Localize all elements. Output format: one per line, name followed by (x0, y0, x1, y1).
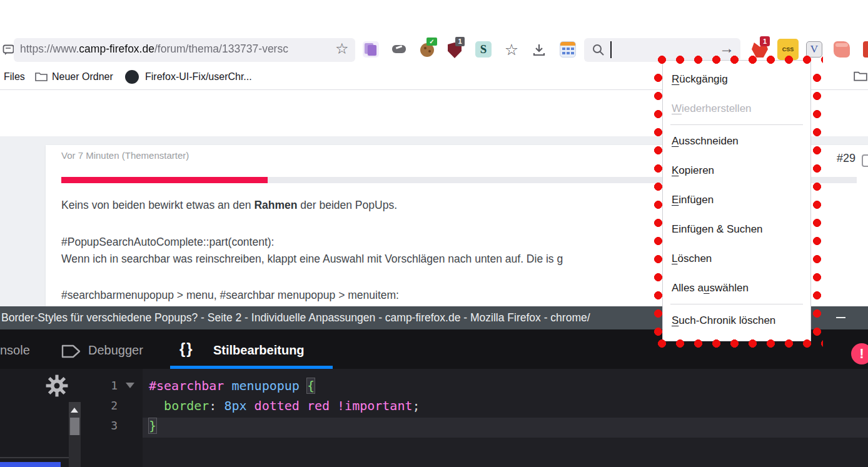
code-token: border (164, 398, 209, 413)
bookmark-star-extension-icon[interactable]: ☆ (503, 41, 520, 58)
github-icon (125, 70, 139, 84)
bookmark-item-neuer-ordner[interactable]: Neuer Ordner (52, 71, 113, 83)
tab-manager-extension-icon[interactable] (363, 41, 379, 58)
text-caret (610, 41, 612, 58)
bookmark-star-icon[interactable]: ☆ (335, 40, 349, 58)
url-prefix: https://www. (20, 43, 79, 55)
debugger-icon (61, 343, 82, 359)
post-paragraph-3: Wenn ich in searchbar was reinschreiben,… (61, 253, 563, 266)
code-token: 8px (224, 398, 246, 413)
cookie-consent-extension-icon[interactable]: ✓ (420, 41, 437, 58)
code-token (247, 398, 255, 413)
css-tools-extension-icon[interactable]: CSS (777, 39, 799, 60)
sidebar-selected-item-edge (0, 462, 61, 467)
folder-icon (34, 70, 48, 83)
window-title: Border-Styles für verschiedene Popups? -… (1, 311, 590, 324)
code-token (330, 398, 337, 413)
tab-stilbearbeitung[interactable]: Stilbearbeitung (213, 343, 305, 358)
code-token (224, 378, 231, 393)
fox-badge: 1 (760, 36, 770, 46)
screen: https://www.camp-firefox.de/forum/thema/… (0, 0, 868, 467)
bookmark-item-files[interactable]: Files (4, 71, 25, 83)
scroll-up-arrow-icon[interactable] (71, 408, 78, 413)
menu-separator (670, 124, 803, 125)
sidebar-scrollbar[interactable] (69, 402, 81, 467)
code-token: dotted (255, 398, 300, 413)
code-token (149, 398, 164, 413)
code-token (300, 378, 307, 393)
code-line-3[interactable]: } (149, 418, 156, 433)
menu-item-paste-and-search[interactable]: Einfügen & Suchen (663, 214, 810, 244)
post-paragraph-1: Keins von beiden bewirkt etwas an den Ra… (61, 199, 397, 212)
code-token: red (307, 398, 330, 413)
code-token: { (307, 378, 315, 393)
search-context-menu-items: RückgängigWiederherstellenAusschneidenKo… (663, 64, 810, 335)
menu-item-delete[interactable]: Löschen (663, 244, 810, 273)
code-line-1[interactable]: #searchbar menupopup { (149, 378, 315, 393)
tab-debugger[interactable]: Debugger (88, 343, 143, 358)
post-paragraph-2: #PopupSearchAutoComplete::part(content): (61, 236, 274, 249)
sidebar-divider (0, 457, 69, 458)
code-token (300, 398, 307, 413)
menu-item-clear-search-history[interactable]: Such-Chronik löschen (663, 306, 810, 335)
minimize-button[interactable] (836, 317, 845, 318)
line-number-2: 2 (100, 399, 118, 412)
error-count-badge[interactable]: ! (851, 343, 868, 364)
handshake-extension-icon[interactable] (391, 41, 407, 58)
url-path: /forum/thema/133737-versc (154, 43, 288, 55)
clipped-extension-icon[interactable] (863, 41, 868, 58)
menu-item-redo[interactable]: Wiederherstellen (663, 94, 810, 123)
post-number[interactable]: #29 (837, 152, 855, 165)
code-token: !important (337, 398, 412, 413)
line-number-3: 3 (100, 419, 118, 432)
url-text: https://www.camp-firefox.de/forum/thema/… (20, 43, 333, 56)
fold-arrow-icon[interactable] (126, 383, 134, 388)
ublock-shield-extension-icon[interactable]: 1 (448, 41, 464, 58)
userscript-scroll-extension-icon[interactable] (834, 41, 850, 58)
menu-item-undo[interactable]: Rückgängig (663, 64, 810, 94)
post-action-icon-clipped[interactable] (862, 154, 868, 167)
search-icon (592, 43, 605, 57)
gear-icon[interactable] (45, 374, 69, 398)
url-domain: camp-firefox.de (79, 43, 154, 55)
post-progress-fill (61, 177, 268, 183)
menu-item-copy[interactable]: Kopieren (663, 156, 810, 185)
menu-separator (670, 304, 803, 304)
code-line-2[interactable]: border: 8px dotted red !important; (149, 398, 420, 413)
scrollbar-thumb[interactable] (70, 418, 79, 435)
code-token: #searchbar (149, 378, 224, 393)
style-editor: 1 2 3 #searchbar menupopup { border: 8px… (0, 369, 868, 467)
v-extension-icon[interactable]: V (806, 41, 822, 58)
cookie-check-badge: ✓ (426, 38, 437, 46)
search-bar[interactable] (584, 38, 740, 62)
bookmarks-folder-icon[interactable] (853, 69, 868, 83)
page-action-bubble-icon[interactable] (3, 44, 15, 56)
post-paragraph-4: #searchbarmenupopup > menu, #searchbar m… (61, 289, 399, 302)
download-icon[interactable] (532, 43, 547, 58)
table-grid-extension-icon[interactable] (560, 41, 576, 58)
firefox-relay-extension-icon[interactable]: 1 (752, 41, 768, 58)
menu-item-select-all[interactable]: Alles auswählen (663, 273, 810, 303)
line-number-1: 1 (100, 379, 118, 392)
scrollbar-track (69, 435, 81, 467)
code-token: ; (413, 398, 420, 413)
tab-console[interactable]: nsole (0, 343, 30, 358)
shield-badge: 1 (455, 37, 465, 46)
code-token: : (209, 398, 224, 413)
menu-item-paste[interactable]: Einfügen (663, 185, 810, 214)
post-meta: Vor 7 Minuten (Themenstarter) (61, 150, 189, 161)
menu-item-cut[interactable]: Ausschneiden (663, 126, 810, 156)
code-token: } (149, 418, 156, 433)
style-editor-braces-icon: {} (179, 340, 194, 358)
search-go-arrow-icon[interactable]: → (719, 39, 734, 57)
stylus-extension-icon[interactable]: S (475, 41, 492, 58)
search-context-menu: RückgängigWiederherstellenAusschneidenKo… (662, 60, 811, 341)
bookmark-item-firefox-ui-fix[interactable]: Firefox-UI-Fix/userChr... (145, 71, 252, 83)
current-line-highlight (143, 418, 868, 438)
code-token: menupopup (231, 378, 299, 393)
